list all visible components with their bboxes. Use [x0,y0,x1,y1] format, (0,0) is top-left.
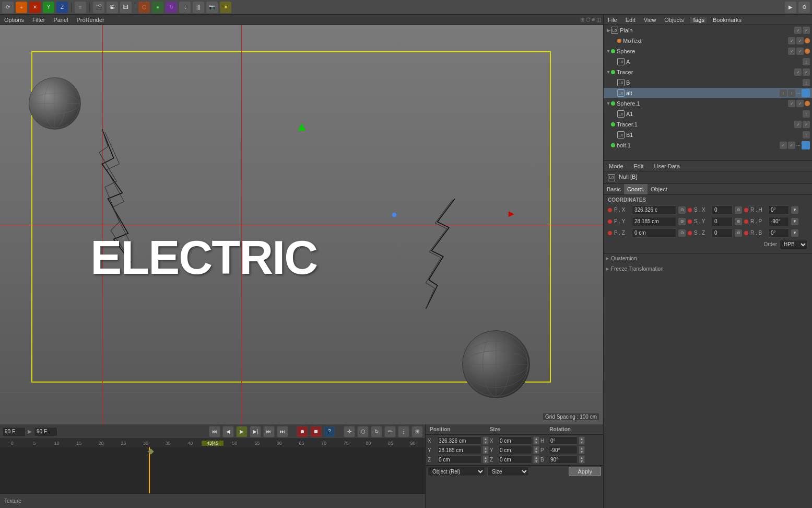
z-pos-field[interactable] [437,455,481,464]
sphere1-vis[interactable]: ✓ [788,100,795,107]
tree-item-sphere[interactable]: ▼ Sphere ✓ ✓ [604,46,812,56]
null-b1-vis[interactable]: ⋮ [803,131,810,138]
sphere-vis[interactable]: ✓ [788,48,795,55]
stop-btn[interactable]: ⏹ [310,426,322,437]
right-tab-tags[interactable]: Tags [690,17,707,23]
right-tab-bookmarks[interactable]: Bookmarks [711,17,744,23]
toolbar-sphere-icon[interactable]: ● [152,2,163,13]
bolt1-render[interactable]: ✓ [788,142,795,149]
py-chain[interactable]: ⊙ [678,218,686,225]
right-tab-view[interactable]: View [642,17,658,23]
x-pos-arrow[interactable]: ▲▼ [483,436,489,445]
right-tab-objects[interactable]: Objects [662,17,686,23]
plain-render[interactable]: ✓ [803,27,810,34]
py-field[interactable] [632,217,676,226]
rp-field[interactable] [768,217,789,226]
toolbar-z-icon[interactable]: Z [56,2,68,13]
tracer-render[interactable]: ✓ [803,68,810,76]
menu-filter[interactable]: Filter [30,17,47,23]
tree-item-tracer[interactable]: ▼ Tracer ✓ ✓ [604,67,812,77]
sy-field[interactable] [712,217,733,226]
px-field[interactable] [632,205,676,215]
tree-item-null-a1[interactable]: L0 A1 ⋮ [604,109,812,119]
tree-item-bolt1[interactable]: bolt.1 ✓ ✓ ··· [604,140,812,151]
rh-chain[interactable]: ▼ [791,206,798,214]
sz-chain[interactable]: ⊙ [735,229,742,237]
toolbar-film2-icon[interactable]: 📽 [107,2,118,13]
toolbar-film-icon[interactable]: 🎬 [93,2,104,13]
play-btn[interactable]: ▶ [236,426,248,437]
toolbar-x-icon[interactable]: ✕ [29,2,41,13]
move-tool-btn[interactable]: ✛ [344,426,355,437]
right-tab-edit[interactable]: Edit [623,17,638,23]
dots-tool-btn[interactable]: ⋮ [398,426,409,437]
apply-button[interactable]: Apply [569,467,601,476]
z-pos-arrow[interactable]: ▲▼ [483,455,489,464]
pz-field[interactable] [632,228,676,238]
motext-vis[interactable]: ✓ [788,37,795,44]
y-size-arrow[interactable]: ▲▼ [533,446,539,454]
null-a-vis[interactable]: ⋮ [803,58,810,65]
x-pos-field[interactable] [437,436,481,445]
y-axis-arrow[interactable]: ▲ [296,119,308,134]
toolbar-rotate-icon[interactable]: ⟳ [2,2,14,13]
go-end-btn[interactable]: ⏭ [263,426,275,437]
toolbar-y-icon[interactable]: Y [43,2,54,13]
size-dropdown[interactable]: Size [487,467,529,476]
order-dropdown[interactable]: HPB [779,240,808,249]
toolbar-cam-icon[interactable]: 📷 [206,2,218,13]
rp-chain[interactable]: ▼ [791,218,798,225]
b-rot-arrow[interactable]: ▲▼ [579,455,585,464]
tree-item-null-a[interactable]: L0 A ⋮ [604,56,812,67]
x-size-arrow[interactable]: ▲▼ [533,436,539,445]
toolbar-menu-icon[interactable]: ≡ [75,2,86,13]
basic-tab[interactable]: Basic [604,184,624,194]
toolbar-film3-icon[interactable]: 🎞 [120,2,132,13]
timeline-track[interactable] [0,447,425,493]
toolbar-render-icon[interactable]: ▶ [785,2,796,13]
tree-item-alt[interactable]: L0 alt ⋮ ⋮ ··· [604,88,812,98]
prev-frame-btn[interactable]: ◀ [222,426,234,437]
tree-item-sphere1[interactable]: ▼ Sphere.1 ✓ ✓ [604,98,812,109]
scale-tool-btn[interactable]: ⬡ [357,426,369,437]
sx-chain[interactable]: ⊙ [735,206,742,214]
p-rot-arrow[interactable]: ▲▼ [579,446,585,454]
null-b-vis[interactable]: ⋮ [803,79,810,86]
freeze-section[interactable]: ▶ Freeze Transformation [604,264,812,274]
rb-chain[interactable]: ▼ [791,229,798,237]
go-start-btn[interactable]: ⏮ [209,426,220,437]
x-size-field[interactable] [498,436,532,445]
right-tab-file[interactable]: File [606,17,619,23]
help-btn[interactable]: ? [324,426,335,437]
playhead[interactable] [149,447,150,493]
menu-options[interactable]: Options [2,17,26,23]
plain-vis[interactable]: ✓ [794,27,802,34]
coord-tab[interactable]: Coord. [624,184,648,194]
rotate-tool-btn[interactable]: ↻ [371,426,382,437]
toolbar-light-icon[interactable]: ☀ [220,2,231,13]
p-rot-field[interactable] [549,446,578,454]
px-chain[interactable]: ⊙ [678,206,686,214]
sy-chain[interactable]: ⊙ [735,218,742,225]
bolt1-vis[interactable]: ✓ [780,142,787,149]
tree-item-tracer1[interactable]: Tracer.1 ✓ ✓ [604,119,812,130]
toolbar-settings-icon[interactable]: ⚙ [798,2,810,13]
h-rot-arrow[interactable]: ▲▼ [579,436,585,445]
y-pos-arrow[interactable]: ▲▼ [483,446,489,454]
record-btn[interactable]: ⏺ [297,426,308,437]
tracer1-render[interactable]: ✓ [803,121,810,128]
toolbar-bend-icon[interactable]: ↻ [166,2,177,13]
sphere-render[interactable]: ✓ [796,48,804,55]
alt-cfg[interactable]: ⋮ [788,89,795,97]
tree-item-plain[interactable]: ▶ L0 Plain ✓ ✓ [604,25,812,36]
start-frame-input[interactable] [2,427,26,436]
mode-tab[interactable]: Mode [606,161,627,171]
tree-item-motext[interactable]: MoText ✓ ✓ [604,36,812,46]
h-rot-field[interactable] [549,436,578,445]
pz-chain[interactable]: ⊙ [678,229,686,237]
pen-tool-btn[interactable]: ✏ [384,426,396,437]
b-rot-field[interactable] [549,455,578,464]
next-frame-btn[interactable]: ▶| [250,426,261,437]
rh-field[interactable] [768,205,789,215]
y-pos-field[interactable] [437,446,481,454]
